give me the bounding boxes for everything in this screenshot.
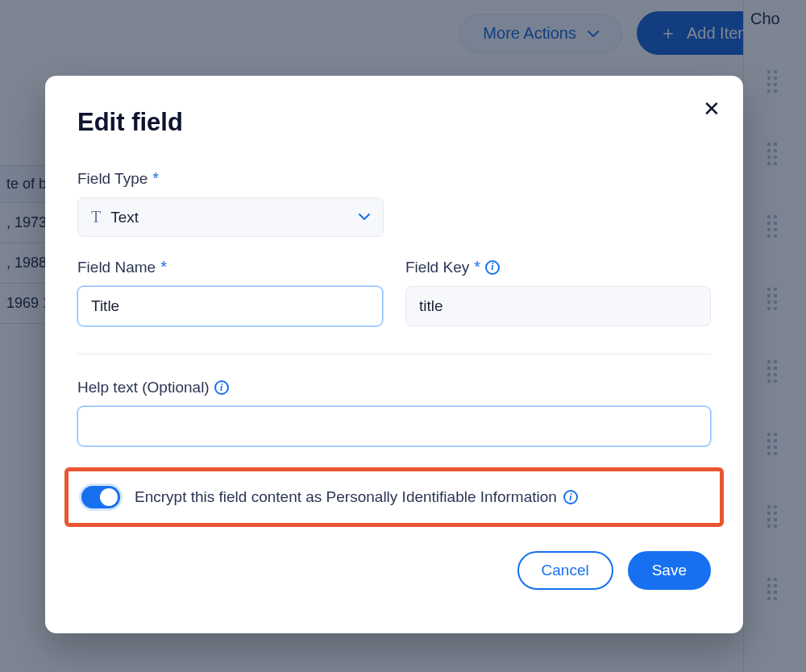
info-icon[interactable]: i [214,380,229,395]
help-text-input[interactable] [77,406,711,446]
field-name-input[interactable] [77,286,383,326]
field-type-select[interactable]: T Text [77,197,384,237]
info-icon[interactable]: i [563,490,578,504]
info-icon[interactable]: i [485,260,500,275]
field-name-label: Field Name * [77,258,383,276]
field-key-label: Field Key * i [405,258,711,276]
field-type-value: Text [110,209,139,226]
required-asterisk: * [160,258,167,276]
help-text-label: Help text (Optional) i [77,379,711,396]
close-icon: ✕ [703,97,721,121]
modal-title: Edit field [77,108,711,137]
encrypt-highlight: Encrypt this field content as Personally… [64,467,724,527]
field-type-label: Field Type * [77,169,711,188]
chevron-down-icon [359,210,370,225]
text-type-icon: T [91,208,101,226]
required-asterisk: * [474,258,480,276]
close-button[interactable]: ✕ [703,98,721,119]
encrypt-toggle-label: Encrypt this field content as Personally… [135,488,578,506]
required-asterisk: * [152,169,159,188]
encrypt-toggle[interactable] [81,486,120,508]
toggle-knob [100,488,118,506]
divider [77,354,711,355]
save-button[interactable]: Save [628,551,711,590]
edit-field-modal: ✕ Edit field Field Type * T Text Field N… [45,76,743,633]
field-key-input[interactable] [405,286,711,326]
cancel-button[interactable]: Cancel [517,551,613,590]
